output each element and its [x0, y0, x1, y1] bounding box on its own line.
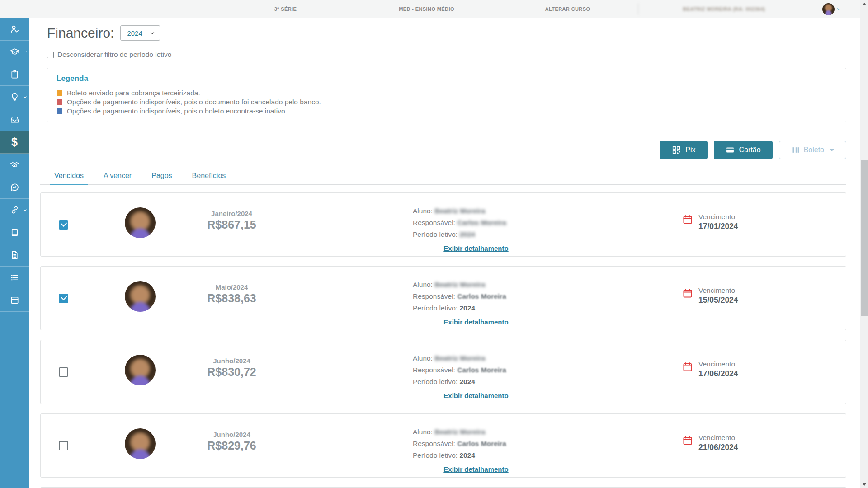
- scrollbar-thumb[interactable]: [861, 160, 868, 316]
- due-label: Vencimento: [698, 213, 738, 221]
- exibir-detalhamento-link[interactable]: Exibir detalhamento: [443, 244, 508, 252]
- invoice-checkbox[interactable]: [59, 220, 68, 230]
- invoice-guardian-line: Responsável: Carlos Moreira: [413, 364, 675, 376]
- sidebar-item-graduation-cap[interactable]: [0, 41, 29, 63]
- calendar-icon: [682, 214, 693, 225]
- main-content: Financeiro: 2024 Desconsiderar filtro de…: [29, 18, 860, 488]
- lightbulb-icon: [9, 92, 20, 102]
- sidebar-item-user-check[interactable]: [0, 18, 29, 41]
- header-nav-item[interactable]: BEATRIZ MOREIRA (RA: 002364): [638, 3, 810, 15]
- invoice-checkbox[interactable]: [59, 441, 68, 450]
- student-avatar: [125, 428, 156, 459]
- header-nav: 3ª SÉRIEMED - ENSINO MÉDIOALTERAR CURSOB…: [215, 0, 810, 18]
- due-date: 17/06/2024: [698, 369, 738, 379]
- invoice-card: Junho/2024 R$829,76 Aluno: Beatriz Morei…: [40, 413, 846, 478]
- user-avatar[interactable]: [822, 3, 835, 15]
- cartao-button[interactable]: Cartão: [714, 141, 773, 159]
- scroll-down-arrow[interactable]: [860, 481, 868, 488]
- payment-buttons-row: Pix Cartão Boleto: [40, 141, 846, 159]
- boleto-button-label: Boleto: [804, 146, 824, 154]
- sidebar-item-clipboard[interactable]: [0, 63, 29, 86]
- tab-a-vencer[interactable]: A vencer: [99, 172, 136, 185]
- periodo-value: 2024: [459, 304, 475, 312]
- exibir-detalhamento-link[interactable]: Exibir detalhamento: [443, 318, 508, 326]
- invoice-card: Junho/2024 R$830,72 Aluno: Beatriz Morei…: [40, 340, 846, 404]
- periodo-label: Período letivo:: [413, 304, 458, 312]
- vertical-scrollbar[interactable]: [860, 0, 868, 488]
- sidebar: $: [0, 18, 29, 488]
- legend-panel: Legenda Boleto enviado para cobrança ter…: [47, 68, 846, 122]
- exibir-detalhamento-link[interactable]: Exibir detalhamento: [443, 392, 508, 399]
- invoice-student-line: Aluno: Beatriz Moreira: [413, 279, 675, 291]
- chevron-down-icon: [150, 30, 155, 36]
- responsavel-value: Carlos Moreira: [457, 292, 506, 300]
- invoice-amount: R$830,72: [194, 366, 269, 379]
- sidebar-item-handshake[interactable]: [0, 154, 29, 176]
- sidebar-item-table[interactable]: [0, 289, 29, 312]
- chevron-down-icon: [23, 72, 27, 76]
- table-icon: [9, 295, 20, 305]
- header-nav-item[interactable]: ALTERAR CURSO: [497, 3, 638, 15]
- tab-vencidos[interactable]: Vencidos: [50, 172, 88, 185]
- invoice-guardian-line: Responsável: Carlos Moreira: [413, 291, 675, 302]
- responsavel-label: Responsável:: [413, 292, 455, 300]
- scroll-up-arrow[interactable]: [860, 0, 868, 7]
- header-nav-item[interactable]: 3ª SÉRIE: [215, 3, 356, 15]
- legend-item: Opções de pagamento indisponíveis, pois …: [57, 107, 837, 116]
- sidebar-item-list[interactable]: [0, 267, 29, 289]
- year-select-value: 2024: [127, 29, 142, 37]
- boleto-button[interactable]: Boleto: [779, 141, 846, 159]
- sidebar-item-link[interactable]: [0, 199, 29, 221]
- pix-button[interactable]: Pix: [660, 141, 707, 159]
- invoice-student-line: Aluno: Beatriz Moreira: [413, 205, 675, 217]
- cartao-button-label: Cartão: [739, 146, 761, 154]
- responsavel-value: Carlos Moreira: [457, 366, 506, 374]
- sidebar-item-lightbulb[interactable]: [0, 86, 29, 108]
- invoice-student-line: Aluno: Beatriz Moreira: [413, 352, 675, 364]
- year-select[interactable]: 2024: [120, 25, 160, 41]
- periodo-label: Período letivo:: [413, 230, 458, 238]
- user-check-icon: [9, 24, 20, 34]
- tab-benefícios[interactable]: Benefícios: [188, 172, 230, 185]
- aluno-value: Beatriz Moreira: [434, 428, 485, 436]
- caret-down-icon: [830, 149, 834, 151]
- period-filter-label: Desconsiderar filtro de período letivo: [57, 51, 171, 59]
- credit-card-icon: [726, 145, 735, 155]
- due-label: Vencimento: [698, 360, 738, 368]
- period-filter-checkbox-row[interactable]: Desconsiderar filtro de período letivo: [47, 51, 846, 59]
- period-filter-checkbox[interactable]: [47, 52, 54, 58]
- chevron-down-icon: [23, 50, 27, 54]
- aluno-label: Aluno:: [413, 281, 433, 288]
- user-menu[interactable]: [822, 3, 841, 15]
- responsavel-value: Carlos Moreira: [457, 219, 506, 226]
- tabs: VencidosA vencerPagosBenefícios: [40, 172, 846, 185]
- sidebar-item-dollar[interactable]: $: [0, 131, 29, 154]
- invoice-amount: R$829,76: [194, 439, 269, 452]
- student-avatar: [125, 281, 156, 312]
- sidebar-item-document[interactable]: [0, 244, 29, 267]
- tab-pagos[interactable]: Pagos: [147, 172, 176, 185]
- sidebar-item-inbox[interactable]: [0, 108, 29, 131]
- invoice-checkbox[interactable]: [59, 367, 68, 377]
- aluno-label: Aluno:: [413, 428, 433, 436]
- exibir-detalhamento-link[interactable]: Exibir detalhamento: [443, 465, 508, 473]
- sidebar-item-book[interactable]: [0, 221, 29, 244]
- list-icon: [9, 272, 20, 283]
- invoice-list: Janeiro/2024 R$867,15 Aluno: Beatriz Mor…: [40, 192, 846, 478]
- invoice-guardian-line: Responsável: Carlos Moreira: [413, 438, 675, 450]
- student-avatar: [125, 355, 156, 385]
- book-icon: [9, 227, 20, 238]
- invoice-period-line: Período letivo: 2024: [413, 376, 675, 388]
- legend-item: Opções de pagamento indisponíveis, pois …: [57, 98, 837, 107]
- invoice-amount: R$867,15: [194, 218, 269, 231]
- top-header: 3ª SÉRIEMED - ENSINO MÉDIOALTERAR CURSOB…: [0, 0, 868, 18]
- aluno-value: Beatriz Moreira: [434, 354, 485, 362]
- page-title: Financeiro:: [47, 25, 114, 41]
- sidebar-item-chat-check[interactable]: [0, 176, 29, 199]
- chevron-down-icon: [836, 7, 841, 11]
- barcode-icon: [791, 145, 800, 155]
- header-nav-item[interactable]: MED - ENSINO MÉDIO: [356, 3, 497, 15]
- link-icon: [9, 205, 20, 215]
- invoice-checkbox[interactable]: [59, 294, 68, 303]
- inbox-icon: [9, 114, 20, 125]
